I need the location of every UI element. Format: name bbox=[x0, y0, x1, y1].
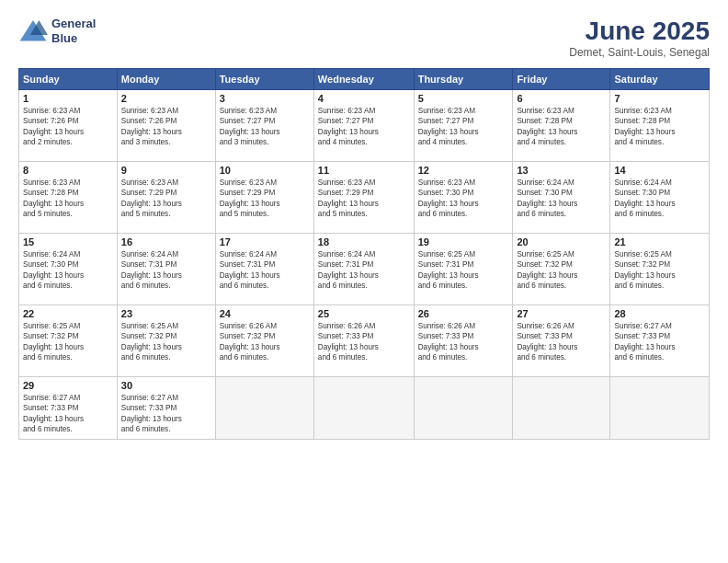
day-number: 24 bbox=[220, 308, 310, 319]
calendar-row: 15Sunrise: 6:24 AM Sunset: 7:30 PM Dayli… bbox=[19, 234, 710, 305]
day-info: Sunrise: 6:23 AM Sunset: 7:26 PM Dayligh… bbox=[121, 106, 211, 148]
day-number: 26 bbox=[418, 308, 509, 319]
calendar-row: 1Sunrise: 6:23 AM Sunset: 7:26 PM Daylig… bbox=[19, 90, 710, 162]
day-number: 5 bbox=[418, 93, 509, 104]
calendar-cell bbox=[414, 377, 513, 440]
day-info: Sunrise: 6:23 AM Sunset: 7:27 PM Dayligh… bbox=[418, 106, 509, 148]
calendar-cell: 19Sunrise: 6:25 AM Sunset: 7:31 PM Dayli… bbox=[414, 234, 513, 305]
day-info: Sunrise: 6:25 AM Sunset: 7:32 PM Dayligh… bbox=[121, 321, 211, 363]
day-info: Sunrise: 6:26 AM Sunset: 7:33 PM Dayligh… bbox=[418, 321, 509, 363]
day-number: 9 bbox=[121, 165, 211, 176]
day-info: Sunrise: 6:26 AM Sunset: 7:33 PM Dayligh… bbox=[517, 321, 606, 363]
calendar-cell: 18Sunrise: 6:24 AM Sunset: 7:31 PM Dayli… bbox=[313, 234, 414, 305]
title-block: June 2025 Demet, Saint-Louis, Senegal bbox=[569, 17, 710, 59]
day-number: 10 bbox=[220, 165, 310, 176]
day-info: Sunrise: 6:24 AM Sunset: 7:31 PM Dayligh… bbox=[318, 249, 410, 292]
day-number: 8 bbox=[23, 165, 113, 176]
day-info: Sunrise: 6:25 AM Sunset: 7:32 PM Dayligh… bbox=[614, 249, 705, 292]
day-info: Sunrise: 6:25 AM Sunset: 7:31 PM Dayligh… bbox=[418, 249, 509, 292]
day-number: 27 bbox=[517, 308, 606, 319]
day-number: 25 bbox=[318, 308, 410, 319]
calendar-row: 29Sunrise: 6:27 AM Sunset: 7:33 PM Dayli… bbox=[19, 377, 710, 440]
day-info: Sunrise: 6:26 AM Sunset: 7:32 PM Dayligh… bbox=[220, 321, 310, 363]
calendar-cell bbox=[610, 377, 710, 440]
calendar-cell: 13Sunrise: 6:24 AM Sunset: 7:30 PM Dayli… bbox=[513, 162, 610, 234]
day-info: Sunrise: 6:27 AM Sunset: 7:33 PM Dayligh… bbox=[23, 393, 113, 435]
calendar-cell bbox=[313, 377, 414, 440]
calendar-cell: 6Sunrise: 6:23 AM Sunset: 7:28 PM Daylig… bbox=[513, 90, 610, 162]
day-info: Sunrise: 6:23 AM Sunset: 7:26 PM Dayligh… bbox=[23, 106, 113, 148]
col-wednesday: Wednesday bbox=[313, 69, 414, 90]
calendar-cell: 2Sunrise: 6:23 AM Sunset: 7:26 PM Daylig… bbox=[117, 90, 215, 162]
day-number: 15 bbox=[23, 236, 113, 247]
calendar-cell: 3Sunrise: 6:23 AM Sunset: 7:27 PM Daylig… bbox=[215, 90, 313, 162]
day-number: 3 bbox=[220, 93, 310, 104]
day-info: Sunrise: 6:27 AM Sunset: 7:33 PM Dayligh… bbox=[614, 321, 705, 363]
day-number: 18 bbox=[318, 236, 410, 247]
day-number: 13 bbox=[517, 165, 606, 176]
header: General Blue June 2025 Demet, Saint-Loui… bbox=[18, 17, 710, 59]
calendar-cell: 11Sunrise: 6:23 AM Sunset: 7:29 PM Dayli… bbox=[313, 162, 414, 234]
col-thursday: Thursday bbox=[414, 69, 513, 90]
calendar-cell: 20Sunrise: 6:25 AM Sunset: 7:32 PM Dayli… bbox=[513, 234, 610, 305]
day-number: 1 bbox=[23, 93, 113, 104]
location-subtitle: Demet, Saint-Louis, Senegal bbox=[569, 46, 710, 59]
calendar-cell: 5Sunrise: 6:23 AM Sunset: 7:27 PM Daylig… bbox=[414, 90, 513, 162]
calendar-row: 8Sunrise: 6:23 AM Sunset: 7:28 PM Daylig… bbox=[19, 162, 710, 234]
calendar-cell: 15Sunrise: 6:24 AM Sunset: 7:30 PM Dayli… bbox=[19, 234, 118, 305]
day-number: 7 bbox=[614, 93, 705, 104]
day-info: Sunrise: 6:25 AM Sunset: 7:32 PM Dayligh… bbox=[23, 321, 113, 363]
day-number: 19 bbox=[418, 236, 509, 247]
calendar-cell: 21Sunrise: 6:25 AM Sunset: 7:32 PM Dayli… bbox=[610, 234, 710, 305]
calendar-cell: 1Sunrise: 6:23 AM Sunset: 7:26 PM Daylig… bbox=[19, 90, 118, 162]
day-info: Sunrise: 6:26 AM Sunset: 7:33 PM Dayligh… bbox=[318, 321, 410, 363]
calendar-cell: 26Sunrise: 6:26 AM Sunset: 7:33 PM Dayli… bbox=[414, 305, 513, 377]
day-info: Sunrise: 6:24 AM Sunset: 7:30 PM Dayligh… bbox=[614, 178, 705, 220]
day-info: Sunrise: 6:23 AM Sunset: 7:29 PM Dayligh… bbox=[318, 178, 410, 220]
day-number: 30 bbox=[121, 380, 211, 391]
day-info: Sunrise: 6:23 AM Sunset: 7:28 PM Dayligh… bbox=[614, 106, 705, 148]
calendar-cell: 29Sunrise: 6:27 AM Sunset: 7:33 PM Dayli… bbox=[19, 377, 118, 440]
logo-text: General Blue bbox=[51, 17, 96, 45]
calendar-table: Sunday Monday Tuesday Wednesday Thursday… bbox=[18, 68, 710, 440]
logo-line1: General bbox=[51, 17, 96, 31]
calendar-cell: 16Sunrise: 6:24 AM Sunset: 7:31 PM Dayli… bbox=[117, 234, 215, 305]
day-number: 14 bbox=[614, 165, 705, 176]
day-number: 12 bbox=[418, 165, 509, 176]
calendar-header-row: Sunday Monday Tuesday Wednesday Thursday… bbox=[19, 69, 710, 90]
day-info: Sunrise: 6:23 AM Sunset: 7:27 PM Dayligh… bbox=[318, 106, 410, 148]
day-number: 2 bbox=[121, 93, 211, 104]
day-number: 17 bbox=[220, 236, 310, 247]
calendar-cell bbox=[513, 377, 610, 440]
calendar-cell: 28Sunrise: 6:27 AM Sunset: 7:33 PM Dayli… bbox=[610, 305, 710, 377]
calendar-cell: 30Sunrise: 6:27 AM Sunset: 7:33 PM Dayli… bbox=[117, 377, 215, 440]
day-info: Sunrise: 6:27 AM Sunset: 7:33 PM Dayligh… bbox=[121, 393, 211, 435]
day-number: 11 bbox=[318, 165, 410, 176]
col-monday: Monday bbox=[117, 69, 215, 90]
calendar-cell: 24Sunrise: 6:26 AM Sunset: 7:32 PM Dayli… bbox=[215, 305, 313, 377]
calendar-cell: 4Sunrise: 6:23 AM Sunset: 7:27 PM Daylig… bbox=[313, 90, 414, 162]
day-info: Sunrise: 6:24 AM Sunset: 7:30 PM Dayligh… bbox=[517, 178, 606, 220]
calendar-cell: 17Sunrise: 6:24 AM Sunset: 7:31 PM Dayli… bbox=[215, 234, 313, 305]
col-saturday: Saturday bbox=[610, 69, 710, 90]
day-info: Sunrise: 6:23 AM Sunset: 7:29 PM Dayligh… bbox=[121, 178, 211, 220]
calendar-cell: 22Sunrise: 6:25 AM Sunset: 7:32 PM Dayli… bbox=[19, 305, 118, 377]
logo: General Blue bbox=[18, 17, 96, 45]
calendar-cell bbox=[215, 377, 313, 440]
calendar-cell: 12Sunrise: 6:23 AM Sunset: 7:30 PM Dayli… bbox=[414, 162, 513, 234]
page: General Blue June 2025 Demet, Saint-Loui… bbox=[0, 0, 728, 563]
day-number: 4 bbox=[318, 93, 410, 104]
month-title: June 2025 bbox=[569, 17, 710, 46]
day-number: 28 bbox=[614, 308, 705, 319]
calendar-row: 22Sunrise: 6:25 AM Sunset: 7:32 PM Dayli… bbox=[19, 305, 710, 377]
col-friday: Friday bbox=[513, 69, 610, 90]
day-info: Sunrise: 6:23 AM Sunset: 7:29 PM Dayligh… bbox=[220, 178, 310, 220]
day-info: Sunrise: 6:23 AM Sunset: 7:27 PM Dayligh… bbox=[220, 106, 310, 148]
col-tuesday: Tuesday bbox=[215, 69, 313, 90]
day-number: 21 bbox=[614, 236, 705, 247]
calendar-cell: 8Sunrise: 6:23 AM Sunset: 7:28 PM Daylig… bbox=[19, 162, 118, 234]
day-info: Sunrise: 6:23 AM Sunset: 7:28 PM Dayligh… bbox=[23, 178, 113, 220]
day-number: 20 bbox=[517, 236, 606, 247]
day-info: Sunrise: 6:23 AM Sunset: 7:28 PM Dayligh… bbox=[517, 106, 606, 148]
day-info: Sunrise: 6:24 AM Sunset: 7:30 PM Dayligh… bbox=[23, 249, 113, 292]
